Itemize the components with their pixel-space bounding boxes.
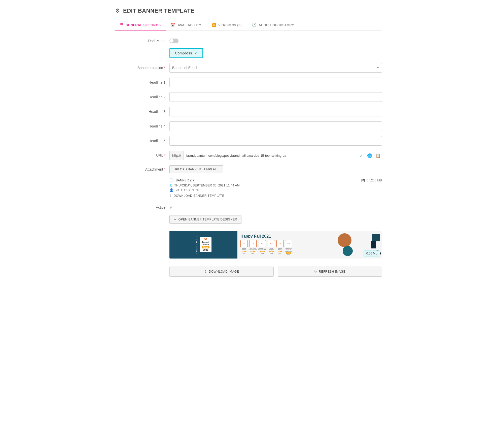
attachment-content: UPLOAD BANNER TEMPLATE 📄 BANNER.ZIP 💾 0.… [169, 165, 382, 200]
shape-rect [371, 241, 376, 248]
file-date-row: ◴ THURSDAY, SEPTEMBER 30, 2021 11:44 AM [169, 183, 382, 187]
attachment-label: Attachment [115, 165, 165, 171]
banner-brand-row: BRANDMAIL G2 EasiestTo Use FALL 2021 [196, 235, 211, 254]
banner-title: Happy Fall 2021 [240, 234, 332, 239]
headline4-row: Headline 4 [115, 121, 382, 131]
headline2-row: Headline 2 [115, 92, 382, 102]
headline1-label: Headline 1 [115, 80, 165, 84]
dark-mode-row: Dark Mode [115, 39, 382, 43]
file-icon: 📄 [169, 178, 174, 182]
settings-icon: ⚙ [115, 8, 120, 14]
url-globe-button[interactable]: 🌐 [366, 152, 373, 159]
headline1-row: Headline 1 [115, 78, 382, 87]
headline5-label: Headline 5 [115, 139, 165, 143]
award-5: G2 EasiestSetup FALL 2021 [276, 240, 283, 255]
award-6: G2 Users MostLikely ToRecommend FALL 202… [285, 240, 292, 255]
refresh-image-button[interactable]: ↻ REFRESH IMAGE [278, 267, 382, 277]
file-info: 📄 BANNER.ZIP 💾 0.1255 MB ◴ THURSDAY, SEP… [169, 176, 382, 200]
banner-middle-section: Happy Fall 2021 G2 EasiestAdmin FALL 202… [237, 231, 335, 259]
url-check-button[interactable]: ✓ [357, 152, 365, 159]
tab-versions[interactable]: 🔀 VERSIONS (3) [206, 20, 247, 30]
banner-preview: BRANDMAIL G2 EasiestTo Use FALL 2021 [169, 231, 382, 259]
file-size: 💾 0.1255 MB [361, 179, 382, 182]
download-image-label: DOWNLOAD IMAGE [209, 270, 239, 273]
designer-row: ✂ OPEN BANNER TEMPLATE DESIGNER [115, 215, 382, 224]
headline3-row: Headline 3 [115, 107, 382, 116]
banner-left-inner: BRANDMAIL G2 EasiestTo Use FALL 2021 [196, 235, 211, 254]
tab-audit-icon: 🕐 [252, 23, 257, 27]
page-header: ⚙ EDIT BANNER TEMPLATE [115, 8, 382, 14]
banner-title-text: Happy Fall [240, 234, 262, 238]
file-size-badge: 0.06 Mb [364, 250, 380, 257]
active-row: Active ✓ [115, 205, 382, 210]
headline4-input[interactable] [169, 121, 382, 131]
user-icon: 👤 [169, 188, 173, 192]
brandmail-text: BRANDMAIL [196, 235, 198, 254]
award-2: G2 Best MeetsRequirements FALL 2021 [249, 240, 257, 255]
tab-bar: ☰ GENERAL SETTINGS 📅 AVAILABILITY 🔀 VERS… [115, 20, 382, 30]
headline3-label: Headline 3 [115, 110, 165, 114]
download-banner-template-link[interactable]: ⇩ DOWNLOAD BANNER TEMPLATE [169, 194, 382, 198]
bottom-actions: ⇩ DOWNLOAD IMAGE ↻ REFRESH IMAGE [169, 267, 382, 277]
url-actions: ✓ 🌐 📋 [357, 152, 382, 159]
headline5-row: Headline 5 [115, 136, 382, 146]
file-name: BANNER.ZIP [176, 179, 195, 182]
designer-btn-icon: ✂ [174, 218, 176, 221]
url-copy-button[interactable]: 📋 [374, 152, 382, 159]
url-row: URL http:// ✓ 🌐 📋 [115, 151, 382, 160]
dark-mode-toggle-container [169, 39, 179, 43]
compress-row: Compress ✓ [115, 48, 382, 58]
banner-year: 2021 [262, 234, 271, 238]
file-user-row: 👤 PAULA SARTINI [169, 188, 382, 192]
active-checkmark: ✓ [169, 205, 173, 210]
dark-mode-toggle[interactable] [169, 39, 179, 43]
headline4-label: Headline 4 [115, 124, 165, 128]
attachment-row: Attachment UPLOAD BANNER TEMPLATE 📄 BANN… [115, 165, 382, 200]
upload-banner-template-button[interactable]: UPLOAD BANNER TEMPLATE [169, 165, 223, 173]
compress-label: Compress [175, 51, 192, 55]
refresh-image-icon: ↻ [314, 270, 317, 273]
upload-btn-label: UPLOAD BANNER TEMPLATE [174, 168, 219, 171]
headline2-label: Headline 2 [115, 95, 165, 99]
url-input[interactable] [184, 151, 355, 160]
open-designer-button[interactable]: ✂ OPEN BANNER TEMPLATE DESIGNER [169, 215, 241, 224]
banner-location-row: Banner Location Bottom of Email Top of E… [115, 63, 382, 73]
download-image-icon: ⇩ [204, 270, 207, 273]
download-icon: ⇩ [169, 194, 172, 198]
url-input-group: http:// ✓ 🌐 📋 [169, 151, 382, 160]
dark-mode-label: Dark Mode [115, 39, 165, 43]
tab-general-settings[interactable]: ☰ GENERAL SETTINGS [115, 20, 166, 30]
award-3: G2 Easiest To DoBusiness With FALL 2021 [258, 240, 266, 255]
page-title: EDIT BANNER TEMPLATE [123, 8, 194, 14]
award-4: G2 BestSupport FALL 2021 [268, 240, 275, 255]
tab-versions-icon: 🔀 [211, 23, 217, 27]
download-file-icon: 💾 [361, 179, 365, 182]
banner-left-section: BRANDMAIL G2 EasiestTo Use FALL 2021 [169, 231, 237, 259]
headline5-input[interactable] [169, 136, 382, 146]
headline3-input[interactable] [169, 107, 382, 116]
tab-availability[interactable]: 📅 AVAILABILITY [166, 20, 206, 30]
file-user: PAULA SARTINI [175, 188, 199, 192]
active-label: Active [115, 205, 165, 209]
headline2-input[interactable] [169, 92, 382, 102]
form-section: Dark Mode Compress ✓ Banner Location Bot… [115, 39, 382, 277]
time-icon: ◴ [169, 183, 172, 187]
compress-check-icon: ✓ [194, 51, 198, 55]
shape-teal-square [372, 234, 380, 241]
url-label: URL [115, 153, 165, 157]
banner-awards: G2 EasiestAdmin FALL 2021 G2 Best MeetsR… [240, 240, 332, 255]
tab-audit[interactable]: 🕐 AUDIT LOG HISTORY [247, 20, 299, 30]
compress-button[interactable]: Compress ✓ [169, 48, 203, 58]
file-date: THURSDAY, SEPTEMBER 30, 2021 11:44 AM [174, 184, 239, 187]
download-image-button[interactable]: ⇩ DOWNLOAD IMAGE [169, 267, 274, 277]
banner-location-select-wrapper: Bottom of Email Top of Email Middle of E… [169, 63, 382, 73]
banner-location-select[interactable]: Bottom of Email Top of Email Middle of E… [169, 63, 382, 73]
banner-preview-container: BRANDMAIL G2 EasiestTo Use FALL 2021 [169, 231, 382, 259]
tab-general-icon: ☰ [120, 23, 124, 27]
banner-location-label: Banner Location [115, 66, 165, 70]
headline1-input[interactable] [169, 78, 382, 87]
toggle-knob [170, 39, 173, 43]
designer-btn-label: OPEN BANNER TEMPLATE DESIGNER [179, 218, 237, 221]
url-prefix: http:// [169, 151, 184, 160]
refresh-image-label: REFRESH IMAGE [319, 270, 345, 273]
